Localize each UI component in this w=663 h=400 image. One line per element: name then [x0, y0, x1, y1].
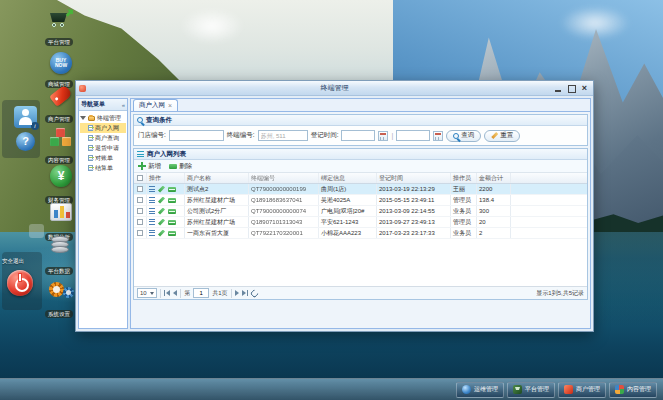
minimize-button[interactable]	[554, 84, 563, 93]
taskbar-item-content[interactable]: 内容管理	[609, 382, 657, 398]
tab-close-icon[interactable]: ×	[168, 102, 172, 109]
cart-icon[interactable]	[49, 7, 73, 28]
tree-item-settlement[interactable]: 结算单	[80, 163, 126, 173]
row-checkbox[interactable]	[137, 230, 143, 236]
row-checkbox[interactable]	[137, 219, 143, 225]
add-icon	[138, 162, 146, 170]
table-row[interactable]: 公司测试2分厂 QT79000000000074 广电局[双塔]20# 2013…	[134, 206, 587, 217]
prev-page-button[interactable]	[173, 290, 177, 296]
tab-bar: 商户入网 ×	[130, 98, 591, 111]
cubes-icon	[615, 385, 624, 394]
table-row[interactable]: 苏州红星建材广场 Q18907101313043 平安621-1243 2013…	[134, 217, 587, 228]
taskbar: 运维管理 平台管理 商户管理 内容管理	[0, 378, 663, 400]
row-checkbox[interactable]	[137, 208, 143, 214]
cloud	[180, 8, 244, 44]
edit-icon[interactable]	[158, 197, 165, 204]
calendar-icon[interactable]	[433, 131, 443, 141]
nav-sidebar: 导航菜单 « 终端管理 商户入网 商户查询	[78, 98, 128, 329]
page-number-input[interactable]	[193, 288, 209, 298]
edit-icon[interactable]	[158, 230, 165, 237]
buy-now-icon[interactable]: BUY NOW	[50, 52, 72, 74]
last-page-button[interactable]	[242, 290, 249, 296]
search-button[interactable]: 查询	[446, 130, 481, 142]
taskbar-item-ops[interactable]: 运维管理	[456, 382, 504, 398]
window-title: 终端管理	[76, 83, 593, 93]
time-to-input[interactable]	[396, 130, 430, 141]
detail-icon[interactable]	[149, 219, 155, 225]
document-icon	[88, 155, 93, 161]
delete-button[interactable]: 删除	[169, 162, 192, 171]
card-icon[interactable]	[168, 187, 176, 192]
help-icon[interactable]: ?	[16, 132, 35, 151]
card-icon[interactable]	[168, 198, 176, 203]
record-summary: 显示1到5,共5记录	[536, 289, 584, 298]
taskbar-item-merchant[interactable]: 商户管理	[558, 382, 606, 398]
edit-icon[interactable]	[158, 186, 165, 193]
calendar-icon[interactable]	[378, 131, 388, 141]
bar-chart-icon[interactable]	[50, 203, 72, 221]
tree-root[interactable]: 终端管理	[80, 113, 126, 123]
search-icon	[137, 117, 143, 123]
card-icon[interactable]	[168, 220, 176, 225]
logout-label: 安全退出	[2, 258, 24, 265]
tree-item-merchant-query[interactable]: 商户查询	[80, 133, 126, 143]
shortcut-label-merchant[interactable]: 商户管理	[42, 107, 76, 125]
shortcut-label-settings[interactable]: 系统设置	[42, 302, 76, 320]
shortcut-label-data[interactable]: 平台数据	[42, 259, 76, 277]
tree-item-refund-request[interactable]: 退货申请	[80, 143, 126, 153]
shortcut-label-content[interactable]: 内容管理	[42, 148, 76, 166]
collapse-sidebar-button[interactable]: «	[122, 102, 125, 108]
first-page-button[interactable]	[164, 290, 171, 296]
gears-icon[interactable]	[49, 279, 74, 300]
chevron-down-icon	[150, 292, 154, 295]
table-row[interactable]: 一商东百货大厦 QT7922170320001 小棉花AAA223 2017-0…	[134, 228, 587, 239]
detail-icon[interactable]	[149, 230, 155, 236]
list-panel-title: 商户入网列表	[147, 150, 186, 159]
document-icon	[88, 145, 93, 151]
tree-item-statement[interactable]: 对账单	[80, 153, 126, 163]
document-icon	[88, 125, 93, 131]
page-size-select[interactable]: 10	[137, 288, 157, 298]
edit-icon[interactable]	[158, 219, 165, 226]
close-button[interactable]: ×	[580, 84, 589, 93]
filter-panel-title: 查询条件	[146, 116, 172, 125]
document-icon	[88, 135, 93, 141]
window-titlebar[interactable]: 终端管理 ×	[76, 81, 593, 96]
table-row[interactable]: 苏州红星建材广场 Q18918683637041 吴淞4025A 2015-05…	[134, 195, 587, 206]
maximize-button[interactable]	[567, 84, 576, 93]
select-all-checkbox[interactable]	[137, 175, 143, 181]
detail-icon[interactable]	[149, 186, 155, 192]
table-row[interactable]: 测试点2 QT79000000000199 曲周(1店) 2013-03-19 …	[134, 184, 587, 195]
refresh-icon[interactable]	[250, 288, 260, 298]
row-checkbox[interactable]	[137, 186, 143, 192]
page-total-label: 共1页	[212, 289, 227, 298]
edit-icon[interactable]	[158, 208, 165, 215]
cubes-icon[interactable]	[50, 128, 72, 147]
power-button[interactable]	[7, 270, 33, 296]
add-button[interactable]: 新增	[138, 162, 161, 171]
tab-merchant-onboarding[interactable]: 商户入网 ×	[133, 99, 178, 111]
yuan-coin-icon[interactable]: ¥	[50, 165, 72, 187]
store-id-label: 门店编号:	[138, 131, 166, 140]
time-from-input[interactable]	[341, 130, 375, 141]
reset-button[interactable]: 重置	[484, 130, 520, 142]
filter-panel: 查询条件 门店编号: 终端编号: 登记时间: |	[133, 114, 588, 146]
taskbar-item-platform[interactable]: 平台管理	[507, 382, 555, 398]
tree-item-merchant-onboarding[interactable]: 商户入网	[80, 123, 126, 133]
user-info-icon[interactable]: i	[14, 106, 37, 128]
cart-icon	[513, 385, 522, 394]
tree-expander-icon[interactable]	[80, 116, 86, 120]
next-page-button[interactable]	[235, 290, 239, 296]
database-icon[interactable]	[51, 238, 71, 258]
card-icon[interactable]	[168, 231, 176, 236]
terminal-id-input[interactable]	[258, 130, 308, 141]
card-icon[interactable]	[168, 209, 176, 214]
store-id-input[interactable]	[169, 130, 224, 141]
detail-icon[interactable]	[149, 208, 155, 214]
delete-icon	[169, 164, 177, 169]
shortcut-label-platform[interactable]: 平台管理	[42, 30, 76, 48]
document-icon	[88, 165, 93, 171]
detail-icon[interactable]	[149, 197, 155, 203]
row-checkbox[interactable]	[137, 197, 143, 203]
info-badge: i	[31, 122, 39, 130]
